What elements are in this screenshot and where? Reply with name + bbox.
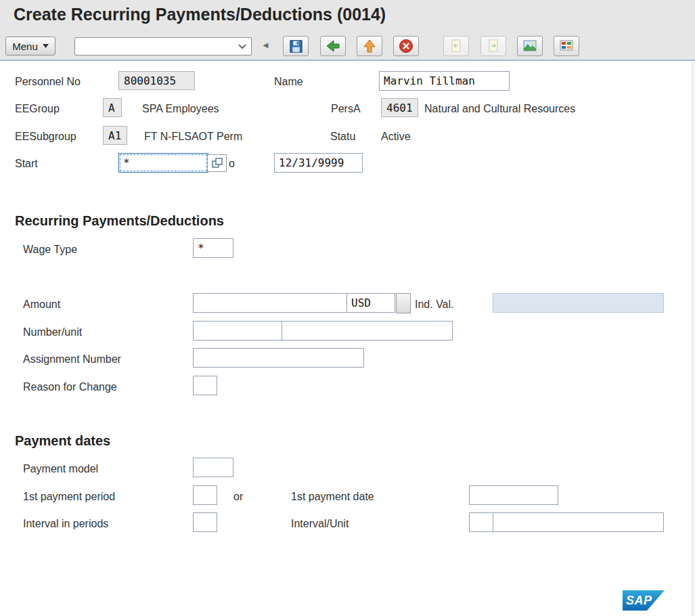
pers-area-label: PersA: [331, 103, 361, 115]
command-input[interactable]: [77, 39, 231, 53]
name-label: Name: [274, 76, 303, 88]
recurring-section-title: Recurring Payments/Deductions: [15, 213, 224, 229]
first-payment-period-label: 1st payment period: [23, 491, 115, 503]
toolbar-collapse-arrow[interactable]: ◄: [261, 40, 270, 50]
status-label: Statu: [330, 131, 355, 143]
first-payment-date-field[interactable]: [469, 485, 558, 505]
currency-matchcode-button[interactable]: [396, 293, 411, 313]
ee-subgroup-text: FT N-FLSAOT Perm: [144, 131, 242, 143]
wage-type-label: Wage Type: [23, 244, 77, 256]
interval-unit-label: Interval/Unit: [291, 518, 349, 530]
back-arrow-icon: [325, 38, 341, 54]
interval-in-periods-field[interactable]: [193, 512, 217, 532]
or-label: or: [233, 491, 243, 503]
toolbar: Menu ◄: [0, 31, 695, 61]
exit-button[interactable]: [357, 36, 382, 56]
page-back-icon: [448, 38, 464, 54]
copy-icon: [210, 156, 224, 170]
interval-field[interactable]: [469, 512, 493, 532]
reason-for-change-field[interactable]: [193, 376, 217, 395]
chevron-down-icon: [238, 44, 246, 49]
ind-val-field: [493, 293, 664, 313]
vertical-scrollbar[interactable]: [692, 61, 695, 616]
interval-in-periods-label: Interval in periods: [23, 518, 108, 530]
pers-area-value: 4601: [381, 98, 418, 117]
amount-label: Amount: [23, 299, 60, 311]
wage-type-field[interactable]: [193, 238, 233, 258]
ee-group-label: EEGroup: [15, 103, 60, 115]
name-field[interactable]: [379, 71, 510, 91]
payment-section-title: Payment dates: [15, 433, 110, 449]
sap-logo-text: SAP: [623, 594, 652, 608]
page-title: Create Recurring Payments/Deductions (00…: [14, 5, 386, 24]
command-field: [74, 37, 252, 56]
page-forward-button: [480, 36, 506, 56]
ee-group-text: SPA Employees: [142, 103, 219, 115]
payment-model-field[interactable]: [193, 458, 233, 477]
number-unit-label: Number/unit: [23, 326, 82, 338]
copy-default-period-button[interactable]: [207, 154, 227, 172]
page-forward-icon: [485, 38, 501, 54]
assignment-number-field[interactable]: [193, 348, 364, 368]
end-date-field[interactable]: [274, 153, 363, 173]
customize-layout-icon: [558, 38, 575, 54]
title-bar: Create Recurring Payments/Deductions (00…: [0, 0, 695, 31]
save-button[interactable]: [283, 36, 309, 56]
cancel-icon: [398, 38, 414, 54]
cancel-button[interactable]: [393, 36, 419, 56]
save-icon: [288, 39, 304, 54]
personnel-no-label: Personnel No: [15, 76, 81, 88]
back-button[interactable]: [320, 36, 346, 56]
ee-subgroup-label: EESubgroup: [15, 131, 76, 143]
personnel-no-value: 80001035: [118, 71, 195, 90]
menu-button-label: Menu: [12, 41, 38, 52]
amount-field[interactable]: [193, 293, 347, 313]
command-dropdown-button[interactable]: [235, 39, 250, 53]
exit-arrow-icon: [361, 38, 378, 54]
unit-field[interactable]: [282, 321, 453, 340]
ind-val-label: Ind. Val.: [415, 299, 454, 311]
menu-button[interactable]: Menu: [5, 37, 55, 56]
page-back-button: [443, 36, 469, 56]
sap-logo: SAP: [623, 590, 665, 611]
landscape-icon: [522, 38, 538, 54]
to-label: o: [229, 158, 235, 170]
status-value: Active: [381, 131, 411, 143]
interval-unit-text-field[interactable]: [493, 512, 664, 532]
currency-field[interactable]: [346, 293, 395, 313]
reason-for-change-label: Reason for Change: [23, 381, 117, 393]
ee-subgroup-value: A1: [103, 126, 127, 145]
first-payment-date-label: 1st payment date: [291, 491, 374, 503]
customize-layout-button[interactable]: [554, 36, 579, 56]
first-payment-period-field[interactable]: [193, 485, 217, 505]
assignment-number-label: Assignment Number: [23, 353, 121, 366]
pers-area-text: Natural and Cultural Resources: [424, 103, 575, 115]
services-button[interactable]: [517, 36, 543, 56]
ee-group-value: A: [103, 98, 122, 117]
number-field[interactable]: [193, 321, 282, 340]
start-date-label: Start: [15, 158, 38, 170]
start-date-field[interactable]: [118, 153, 208, 173]
payment-model-label: Payment model: [23, 463, 98, 475]
chevron-down-icon: [43, 44, 49, 48]
